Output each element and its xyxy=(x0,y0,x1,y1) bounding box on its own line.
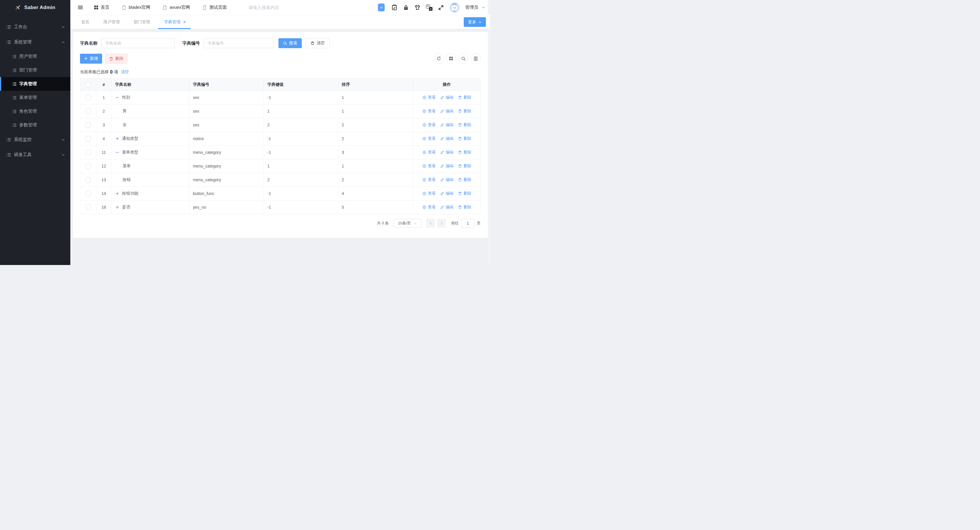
delete-action[interactable]: 删除 xyxy=(458,164,471,169)
view-action[interactable]: 查看 xyxy=(422,122,436,127)
row-checkbox[interactable] xyxy=(86,95,91,100)
tab-close-icon[interactable] xyxy=(183,21,186,24)
delete-action[interactable]: 删除 xyxy=(458,150,471,155)
table-row: 1 性别 sex -1 1 查看 xyxy=(80,91,480,105)
lock-icon[interactable] xyxy=(403,5,409,11)
delete-action[interactable]: 删除 xyxy=(458,108,471,114)
sidebar-item-menu-manage[interactable]: 菜单管理 xyxy=(0,91,70,105)
column-settings-button[interactable] xyxy=(446,53,456,64)
row-checkbox[interactable] xyxy=(86,191,91,196)
chevron-down-icon[interactable] xyxy=(482,6,485,10)
sidebar-item-role-manage[interactable]: 角色管理 xyxy=(0,105,70,118)
sidebar-item-label: 研发工具 xyxy=(14,152,61,158)
prev-page-button[interactable] xyxy=(426,219,435,228)
view-action[interactable]: 查看 xyxy=(422,205,436,210)
sidebar-item-system-monitor[interactable]: 系统监控 xyxy=(0,132,70,147)
row-checkbox[interactable] xyxy=(86,163,91,169)
collapse-minus-icon[interactable] xyxy=(115,150,119,155)
view-action[interactable]: 查看 xyxy=(422,108,436,114)
edit-action[interactable]: 编辑 xyxy=(440,150,453,155)
view-action[interactable]: 查看 xyxy=(422,136,436,141)
row-checkbox[interactable] xyxy=(86,150,91,155)
sidebar-item-param-manage[interactable]: 参数管理 xyxy=(0,118,70,132)
row-checkbox[interactable] xyxy=(86,204,91,210)
top-link-avuex[interactable]: avuex官网 xyxy=(162,5,190,10)
delete-action[interactable]: 删除 xyxy=(458,191,471,196)
top-link-test-page[interactable]: 测试页面 xyxy=(202,5,227,10)
delete-action[interactable]: 删除 xyxy=(458,136,471,141)
chevron-down-icon xyxy=(61,153,65,157)
delete-action[interactable]: 删除 xyxy=(458,177,471,182)
sidebar-item-user-manage[interactable]: 用户管理 xyxy=(0,49,70,63)
edit-action[interactable]: 编辑 xyxy=(440,164,453,169)
row-checkbox[interactable] xyxy=(86,177,91,183)
translate-icon[interactable]: 中 A xyxy=(426,5,433,11)
fullscreen-icon[interactable] xyxy=(438,5,444,11)
view-action[interactable]: 查看 xyxy=(422,164,436,169)
row-checkbox[interactable] xyxy=(86,122,91,128)
search-toggle-button[interactable] xyxy=(458,53,468,64)
edit-action[interactable]: 编辑 xyxy=(440,136,453,141)
delete-action[interactable]: 删除 xyxy=(458,205,471,210)
delete-action[interactable]: 删除 xyxy=(458,122,471,127)
edit-action[interactable]: 编辑 xyxy=(440,205,453,210)
delete-action[interactable]: 删除 xyxy=(458,95,471,100)
top-link-home[interactable]: 首页 xyxy=(94,5,110,10)
tab-dict-manage[interactable]: 字典管理 xyxy=(164,15,186,29)
view-action[interactable]: 查看 xyxy=(422,177,436,182)
delete-action-label: 删除 xyxy=(463,122,471,127)
row-checkbox[interactable] xyxy=(86,108,91,114)
delete-button[interactable]: 删除 xyxy=(105,54,127,64)
refresh-button[interactable] xyxy=(434,53,444,64)
debug-toggle-button[interactable] xyxy=(377,2,386,13)
edit-action[interactable]: 编辑 xyxy=(440,108,453,114)
sidebar-item-system-manage[interactable]: 系统管理 xyxy=(0,35,70,49)
dict-code-input[interactable] xyxy=(204,38,274,48)
dict-name-cell: 性别 xyxy=(115,95,186,100)
select-all-checkbox[interactable] xyxy=(86,82,91,88)
expand-plus-icon[interactable] xyxy=(115,205,119,210)
dict-code-value: menu_category xyxy=(189,146,264,159)
user-name[interactable]: 管理员 xyxy=(465,5,478,10)
global-search-input[interactable] xyxy=(248,5,298,10)
top-nav-links: 首页 bladex官网 avuex官网 xyxy=(94,5,227,10)
work-order-icon[interactable] xyxy=(391,5,398,11)
more-tabs-button[interactable]: 更多 xyxy=(464,17,486,27)
edit-action[interactable]: 编辑 xyxy=(440,122,453,127)
dict-name-cell: 菜单类型 xyxy=(115,150,186,155)
tab-home[interactable]: 首页 xyxy=(81,15,89,29)
dict-name-input[interactable] xyxy=(101,38,175,48)
next-page-button[interactable] xyxy=(437,219,446,228)
sidebar-item-dev-tools[interactable]: 研发工具 xyxy=(0,147,70,162)
tab-user-manage[interactable]: 用户管理 xyxy=(103,15,120,29)
search-button[interactable]: 搜索 xyxy=(278,38,302,48)
top-link-bladex[interactable]: bladex官网 xyxy=(122,5,150,10)
view-action[interactable]: 查看 xyxy=(422,95,436,100)
tab-dept-manage[interactable]: 部门管理 xyxy=(134,15,150,29)
theme-tshirt-icon[interactable] xyxy=(414,5,420,11)
hamburger-menu-icon[interactable] xyxy=(78,5,83,10)
page-number-input[interactable] xyxy=(461,219,474,228)
sidebar-item-dept-manage[interactable]: 部门管理 xyxy=(0,63,70,77)
edit-action[interactable]: 编辑 xyxy=(440,95,453,100)
expand-plus-icon[interactable] xyxy=(115,137,119,141)
page-size-select[interactable]: 10条/页 xyxy=(393,219,422,228)
user-avatar[interactable] xyxy=(449,2,460,13)
data-list-button[interactable] xyxy=(471,53,480,64)
view-action[interactable]: 查看 xyxy=(422,150,436,155)
sidebar-item-dict-manage[interactable]: 字典管理 xyxy=(0,77,70,91)
selection-clear-link[interactable]: 清空 xyxy=(121,70,129,75)
page-scrollbar[interactable] xyxy=(488,0,490,265)
expand-plus-icon[interactable] xyxy=(115,191,119,196)
add-button[interactable]: 新增 xyxy=(80,54,102,64)
collapse-minus-icon[interactable] xyxy=(115,95,119,100)
clear-filters-button[interactable]: 清空 xyxy=(305,38,330,48)
view-action[interactable]: 查看 xyxy=(422,191,436,196)
row-checkbox[interactable] xyxy=(86,136,91,142)
view-action-label: 查看 xyxy=(428,164,436,169)
row-index: 11 xyxy=(96,146,111,159)
edit-action[interactable]: 编辑 xyxy=(440,177,453,182)
edit-action[interactable]: 编辑 xyxy=(440,191,453,196)
sidebar-item-workbench[interactable]: 工作台 xyxy=(0,19,70,35)
table-row: 3 女 sex 2 2 查看 xyxy=(80,118,480,132)
